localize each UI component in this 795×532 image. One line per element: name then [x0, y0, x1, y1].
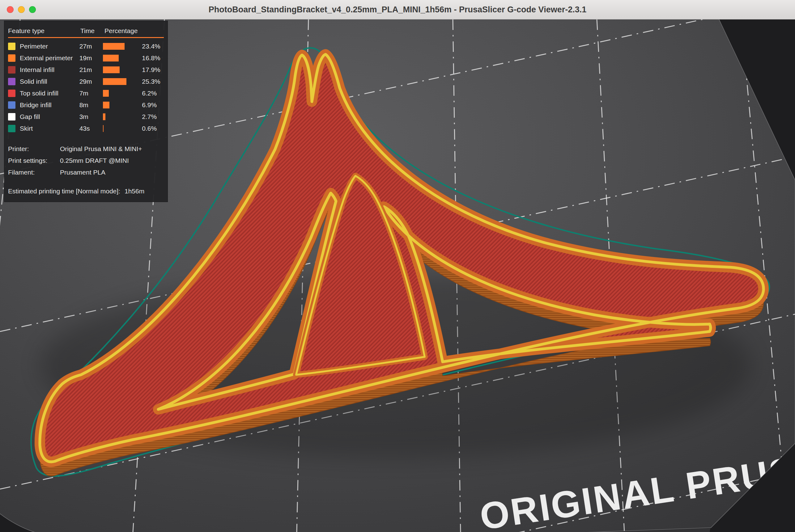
info-label: Print settings:	[8, 157, 60, 164]
legend-row: Solid infill 29m 25.3%	[8, 76, 164, 88]
legend-row: Top solid infill 7m 6.2%	[8, 88, 164, 99]
legend-row: Internal infill 21m 17.9%	[8, 64, 164, 76]
legend-header-time: Time	[80, 27, 105, 35]
info-row: Printer: Original Prusa MINI & MINI+	[8, 143, 164, 155]
info-label: Printer:	[8, 145, 60, 153]
feature-bar-track	[103, 125, 139, 132]
feature-time: 29m	[79, 78, 103, 85]
feature-bar	[103, 55, 118, 61]
info-label: Filament:	[8, 169, 60, 176]
feature-bar-track	[103, 113, 139, 120]
feature-color-swatch	[8, 125, 16, 132]
titlebar: PhotoBoard_StandingBracket_v4_0.25mm_PLA…	[0, 0, 795, 19]
feature-label: Skirt	[20, 125, 79, 132]
feature-time: 27m	[79, 43, 103, 50]
legend-rows: Perimeter 27m 23.4% External perimeter 1…	[8, 40, 164, 134]
feature-percentage: 16.8%	[139, 54, 164, 62]
feature-color-swatch	[8, 43, 16, 50]
estimate-label: Estimated printing time [Normal mode]:	[8, 188, 120, 195]
gcode-viewport[interactable]: ORIGINAL PRUSA M	[0, 19, 795, 532]
feature-time: 7m	[79, 90, 103, 97]
feature-bar-track	[103, 43, 139, 50]
close-button[interactable]	[7, 6, 14, 13]
feature-bar-track	[103, 78, 139, 85]
window-title: PhotoBoard_StandingBracket_v4_0.25mm_PLA…	[0, 5, 795, 15]
feature-time: 8m	[79, 101, 103, 109]
info-row: Print settings: 0.25mm DRAFT @MINI	[8, 155, 164, 167]
legend-row: Bridge infill 8m 6.9%	[8, 99, 164, 111]
legend-row: Perimeter 27m 23.4%	[8, 40, 164, 52]
traffic-lights	[7, 0, 36, 19]
feature-color-swatch	[8, 66, 16, 74]
feature-label: Solid infill	[20, 78, 79, 85]
zoom-button[interactable]	[29, 6, 36, 13]
legend-header: Feature type Time Percentage	[8, 25, 164, 36]
feature-color-swatch	[8, 90, 16, 97]
legend-header-feature: Feature type	[8, 27, 80, 35]
feature-percentage: 17.9%	[139, 66, 164, 74]
feature-bar-track	[103, 55, 139, 61]
feature-bar	[103, 113, 106, 120]
feature-percentage: 6.2%	[139, 90, 164, 97]
legend-row: External perimeter 19m 16.8%	[8, 52, 164, 64]
feature-label: Top solid infill	[20, 90, 79, 97]
info-value: 0.25mm DRAFT @MINI	[60, 157, 164, 164]
feature-time: 43s	[79, 125, 103, 132]
legend-row: Gap fill 3m 2.7%	[8, 111, 164, 122]
feature-label: Bridge infill	[20, 101, 79, 109]
feature-bar	[103, 43, 125, 50]
feature-percentage: 2.7%	[139, 113, 164, 120]
legend-underline	[8, 37, 164, 38]
feature-label: Perimeter	[20, 43, 79, 50]
feature-bar	[103, 78, 126, 85]
feature-bar	[103, 66, 119, 73]
feature-bar	[103, 90, 109, 97]
legend-header-percentage: Percentage	[105, 27, 164, 35]
feature-bar	[103, 125, 104, 132]
legend-info: Printer: Original Prusa MINI & MINI+ Pri…	[8, 143, 164, 178]
feature-label: External perimeter	[20, 54, 79, 62]
feature-color-swatch	[8, 101, 16, 109]
estimate-value: 1h56m	[125, 188, 144, 195]
estimate-line: Estimated printing time [Normal mode]: 1…	[8, 188, 164, 195]
legend-row: Skirt 43s 0.6%	[8, 122, 164, 134]
feature-time: 21m	[79, 66, 103, 74]
info-value: Original Prusa MINI & MINI+	[60, 145, 164, 153]
feature-percentage: 25.3%	[139, 78, 164, 85]
feature-color-swatch	[8, 113, 16, 120]
feature-bar-track	[103, 66, 139, 73]
feature-percentage: 0.6%	[139, 125, 164, 132]
feature-label: Gap fill	[20, 113, 79, 120]
feature-time: 3m	[79, 113, 103, 120]
feature-bar-track	[103, 90, 139, 97]
feature-bar-track	[103, 102, 139, 109]
feature-percentage: 23.4%	[139, 43, 164, 50]
legend-panel: Feature type Time Percentage Perimeter 2…	[4, 21, 168, 202]
feature-bar	[103, 102, 109, 109]
feature-label: Internal infill	[20, 66, 79, 74]
info-value: Prusament PLA	[60, 169, 164, 176]
feature-color-swatch	[8, 78, 16, 85]
app-window: PhotoBoard_StandingBracket_v4_0.25mm_PLA…	[0, 0, 795, 532]
info-row: Filament: Prusament PLA	[8, 167, 164, 178]
feature-time: 19m	[79, 54, 103, 62]
minimize-button[interactable]	[18, 6, 25, 13]
feature-color-swatch	[8, 54, 16, 62]
feature-percentage: 6.9%	[139, 101, 164, 109]
